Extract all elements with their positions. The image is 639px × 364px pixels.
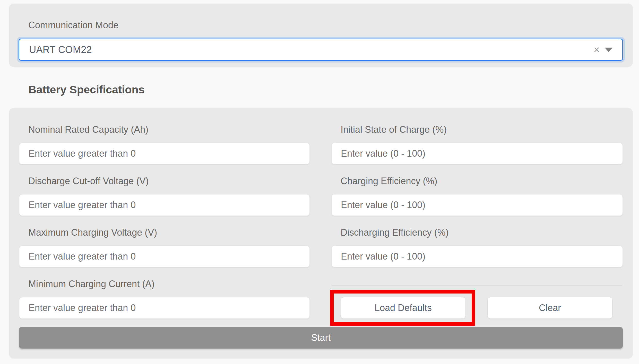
minimum-charging-current-input[interactable] <box>19 297 310 319</box>
discharge-cutoff-voltage-label: Discharge Cut-off Voltage (V) <box>28 175 149 187</box>
buttons-divider <box>331 285 622 286</box>
app-page: Communication Mode UART COM22 × Battery … <box>0 0 639 364</box>
minimum-charging-current-label: Minimum Charging Current (A) <box>28 278 154 290</box>
charging-efficiency-input[interactable] <box>331 194 623 216</box>
communication-mode-card: Communication Mode UART COM22 × <box>9 4 633 67</box>
charging-efficiency-label: Charging Efficiency (%) <box>341 175 437 187</box>
initial-state-of-charge-input[interactable] <box>331 143 623 164</box>
clear-button[interactable]: Clear <box>487 297 612 319</box>
communication-mode-label: Communication Mode <box>28 20 118 31</box>
battery-specifications-panel: Nominal Rated Capacity (Ah) Discharge Cu… <box>9 108 633 359</box>
maximum-charging-voltage-label: Maximum Charging Voltage (V) <box>28 227 157 238</box>
initial-state-of-charge-label: Initial State of Charge (%) <box>341 124 447 135</box>
discharge-cutoff-voltage-input[interactable] <box>19 194 310 216</box>
start-button[interactable]: Start <box>19 327 623 349</box>
nominal-rated-capacity-input[interactable] <box>19 143 310 164</box>
nominal-rated-capacity-label: Nominal Rated Capacity (Ah) <box>28 124 148 135</box>
discharging-efficiency-label: Discharging Efficiency (%) <box>341 227 448 238</box>
communication-mode-selected-value: UART COM22 <box>19 44 594 55</box>
clear-selection-icon[interactable]: × <box>594 45 600 55</box>
communication-mode-select[interactable]: UART COM22 × <box>19 39 623 61</box>
caret-down-icon[interactable] <box>605 48 612 52</box>
battery-specifications-heading: Battery Specifications <box>28 83 145 96</box>
discharging-efficiency-input[interactable] <box>331 246 623 267</box>
load-defaults-button[interactable]: Load Defaults <box>341 297 466 319</box>
maximum-charging-voltage-input[interactable] <box>19 246 310 267</box>
